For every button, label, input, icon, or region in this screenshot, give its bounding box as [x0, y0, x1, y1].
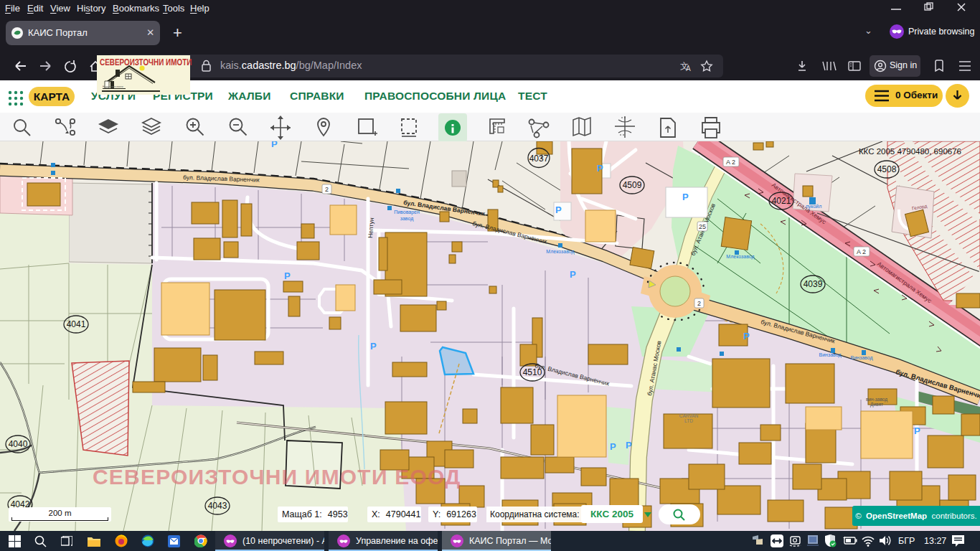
svg-text:P: P: [597, 163, 603, 174]
svg-text:4040: 4040: [9, 439, 28, 449]
svg-text:лукойл: лукойл: [806, 204, 822, 209]
svg-text:2: 2: [697, 300, 701, 307]
svg-text:P: P: [682, 192, 689, 202]
svg-text:P: P: [743, 331, 750, 342]
svg-text:LTD: LTD: [684, 418, 693, 423]
svg-text:4043: 4043: [208, 501, 227, 511]
svg-text:A: A: [686, 65, 691, 72]
svg-text:Млекозавод: Млекозавод: [546, 249, 574, 255]
svg-text:СЕВЕРОИЗТОЧНИ ИМОТИ ЕООД: СЕВЕРОИЗТОЧНИ ИМОТИ ЕООД: [93, 465, 461, 489]
svg-text:ККС 2005 4790480, 690676: ККС 2005 4790480, 690676: [859, 147, 961, 156]
svg-text:4508: 4508: [877, 164, 897, 174]
svg-text:P: P: [555, 204, 562, 215]
svg-text:4039: 4039: [804, 279, 823, 289]
svg-text:Нептун: Нептун: [367, 217, 375, 238]
svg-text:25: 25: [699, 223, 706, 230]
svg-text:Винзавод: Винзавод: [819, 352, 841, 358]
svg-text:4037: 4037: [529, 154, 549, 164]
svg-text:CARVAN: CARVAN: [679, 413, 699, 418]
svg-text:A 2: A 2: [726, 159, 735, 166]
svg-text:Дивят: Дивят: [870, 402, 883, 408]
svg-text:P: P: [624, 141, 631, 142]
svg-text:завод: завод: [400, 216, 414, 222]
svg-text:A 2: A 2: [857, 248, 866, 255]
svg-text:P: P: [370, 341, 377, 352]
svg-text:P: P: [271, 141, 278, 149]
svg-text:Пивоварен: Пивоварен: [394, 209, 420, 215]
svg-text:P: P: [610, 441, 616, 452]
svg-text:2: 2: [325, 186, 329, 193]
svg-text:P: P: [914, 425, 920, 436]
svg-text:Недвижими имоти: Недвижими имоти: [103, 85, 123, 88]
svg-text:4509: 4509: [623, 180, 642, 190]
svg-text:P: P: [284, 270, 291, 281]
svg-text:Винзавод: Винзавод: [850, 355, 872, 361]
svg-text:Млекозавод: Млекозавод: [726, 254, 754, 260]
svg-text:4041: 4041: [67, 319, 86, 329]
svg-text:P: P: [570, 269, 576, 280]
svg-text:P: P: [626, 440, 632, 451]
